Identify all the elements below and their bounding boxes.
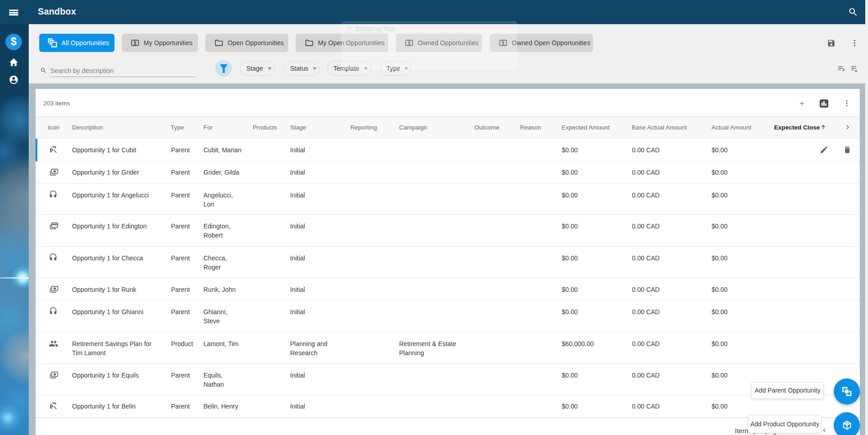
- svg-text:$: $: [134, 41, 136, 46]
